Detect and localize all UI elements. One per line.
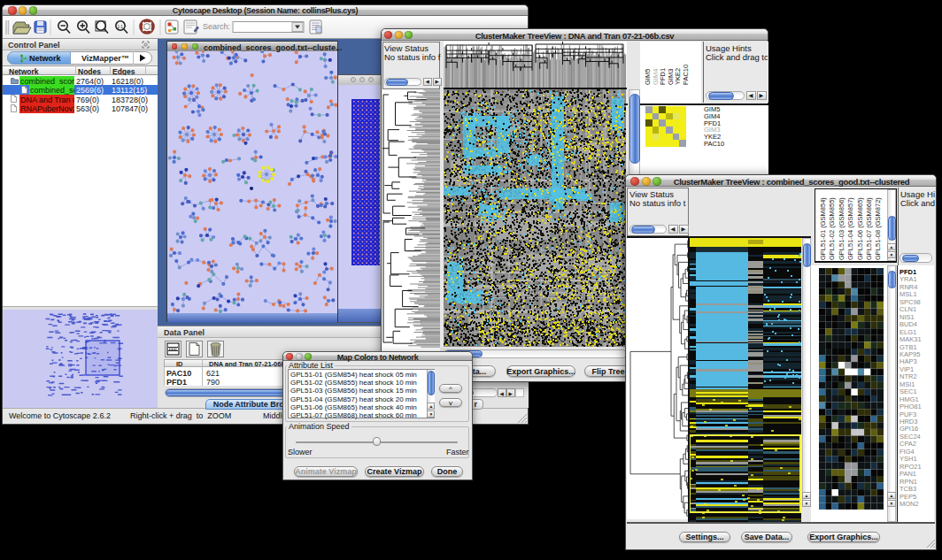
- svg-text:Search:: Search:: [203, 22, 230, 31]
- svg-text:1:1: 1:1: [118, 25, 124, 29]
